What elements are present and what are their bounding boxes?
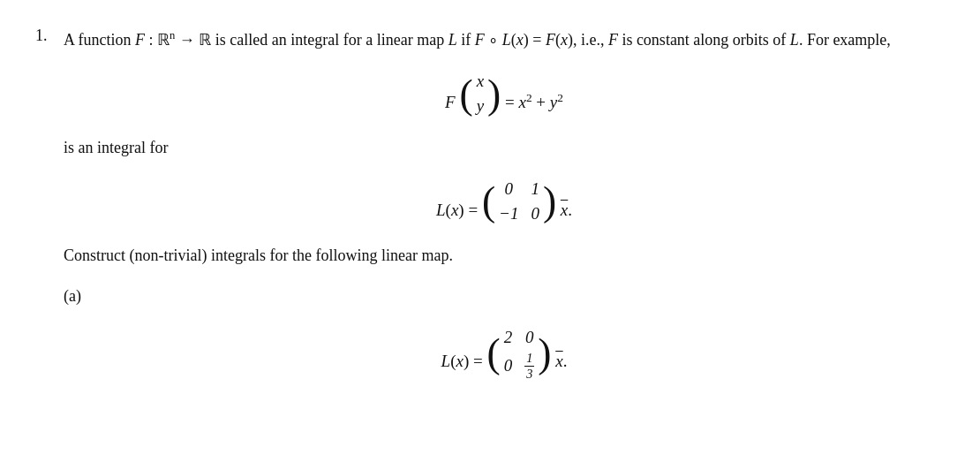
problem-body: A function F : ℝn → ℝ is called an integ…	[64, 27, 945, 398]
pa-m00: 2	[504, 325, 513, 351]
fraction-one-third: 1 3	[524, 351, 534, 382]
L-formula: L(x) = ( 0 1 −1 0 ) x.	[64, 177, 945, 227]
L-m11: 0	[531, 201, 539, 227]
problem-1: 1. A function F : ℝn → ℝ is called an in…	[35, 27, 945, 398]
problem-number: 1.	[35, 27, 57, 398]
right-paren: )	[487, 74, 501, 115]
is-integral-label: is an integral for	[64, 135, 945, 161]
cell-x: x	[477, 69, 484, 95]
cell-y: y	[477, 94, 484, 119]
left-paren: (	[459, 74, 472, 115]
problem-number-row: 1. A function F : ℝn → ℝ is called an in…	[35, 27, 945, 398]
pa-m01: 0	[524, 325, 534, 351]
part-a-matrix-wrap: ( 2 0 0 1 3 )	[486, 325, 551, 382]
pa-left-paren: (	[486, 333, 500, 374]
frac-denominator: 3	[524, 367, 534, 382]
pa-m11: 1 3	[524, 351, 534, 382]
equals-result: = x2 + y2	[505, 93, 563, 111]
part-a-formula: L(x) = ( 2 0 0 1 3 )	[64, 325, 945, 382]
pa-m10: 0	[504, 353, 513, 379]
example-formula: F ( x y ) = x2 + y2	[64, 69, 945, 119]
L-xbar: x.	[561, 200, 572, 218]
L-right-paren: )	[543, 181, 556, 222]
L-left-paren: (	[482, 181, 495, 222]
column-vector-xy: ( x y )	[459, 69, 501, 119]
L-m01: 1	[531, 177, 539, 202]
L-m00: 0	[499, 177, 518, 202]
L-matrix-content: 0 1 −1 0	[499, 177, 539, 227]
frac-numerator: 1	[524, 351, 534, 367]
construct-text: Construct (non-trivial) integrals for th…	[64, 243, 945, 269]
part-a-matrix-content: 2 0 0 1 3	[504, 325, 535, 382]
L-m10: −1	[499, 201, 518, 227]
part-a-label: (a)	[64, 284, 945, 309]
intro-text: A function F : ℝn → ℝ is called an integ…	[64, 31, 891, 49]
vector-content: x y	[477, 69, 484, 119]
pa-right-paren: )	[538, 333, 551, 374]
L-matrix-wrap: ( 0 1 −1 0 )	[482, 177, 556, 227]
pa-xbar: x.	[555, 352, 567, 370]
